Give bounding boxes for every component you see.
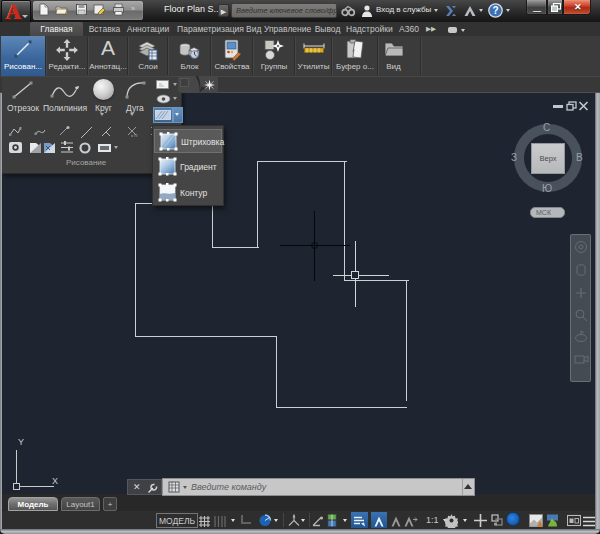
- svg-text:n: n: [134, 132, 137, 138]
- svg-text:?: ?: [492, 5, 498, 16]
